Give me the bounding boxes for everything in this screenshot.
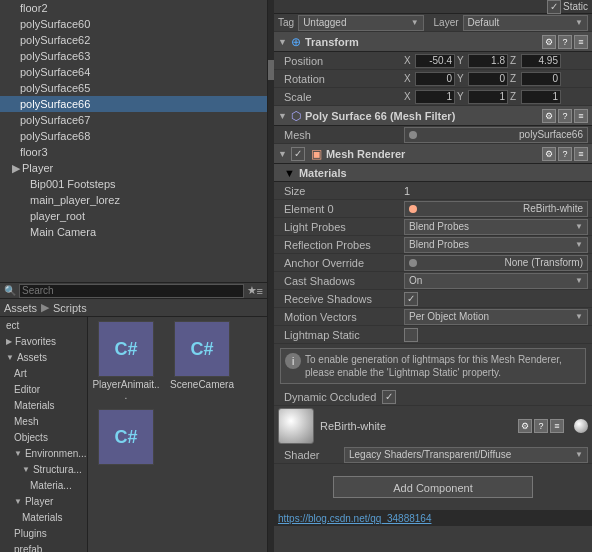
- component-settings-btn[interactable]: ⚙: [542, 35, 556, 49]
- mesh-object-field[interactable]: polySurface66: [404, 127, 588, 143]
- asset-player-animait[interactable]: C# PlayerAnimait...: [92, 321, 160, 401]
- inspector-content[interactable]: Tag Untagged ▼ Layer Default ▼ ▼ ⊕ Trans…: [274, 14, 592, 552]
- light-probes-dropdown[interactable]: Blend Probes ▼: [404, 219, 588, 235]
- sx-axis-label: X: [404, 91, 414, 102]
- breadcrumb-assets[interactable]: Assets: [4, 302, 37, 314]
- hierarchy-item-polySurface65[interactable]: polySurface65: [0, 80, 267, 96]
- cast-shadows-value: On ▼: [404, 273, 588, 289]
- sidebar-art[interactable]: Art: [0, 365, 87, 381]
- hierarchy-item-floor2[interactable]: floor2: [0, 0, 267, 16]
- mat-settings-btn[interactable]: ⚙: [518, 419, 532, 433]
- mf-help-btn[interactable]: ?: [558, 109, 572, 123]
- component-help-btn[interactable]: ?: [558, 35, 572, 49]
- url-link[interactable]: https://blog.csdn.net/qq_34888164: [278, 513, 431, 524]
- mesh-renderer-icon: ▣: [311, 147, 322, 161]
- hierarchy-item-polySurface68[interactable]: polySurface68: [0, 128, 267, 144]
- mat-more-btn[interactable]: ≡: [550, 419, 564, 433]
- transform-header[interactable]: ▼ ⊕ Transform ⚙ ? ≡: [274, 32, 592, 52]
- mr-more-btn[interactable]: ≡: [574, 147, 588, 161]
- asset-scene-camera[interactable]: C# SceneCamera: [168, 321, 236, 401]
- element0-object-field[interactable]: ReBirth-white: [404, 201, 588, 217]
- hierarchy-item-main-camera[interactable]: Main Camera: [0, 224, 267, 240]
- hierarchy-item-polySurface66[interactable]: polySurface66: [0, 96, 267, 112]
- sidebar-environment[interactable]: Environmen...: [0, 445, 87, 461]
- hierarchy-item-polySurface67[interactable]: polySurface67: [0, 112, 267, 128]
- cast-shadows-label: Cast Shadows: [284, 275, 404, 287]
- mesh-filter-header[interactable]: ▼ ⬡ Poly Surface 66 (Mesh Filter) ⚙ ? ≡: [274, 106, 592, 126]
- scale-z-field: Z: [510, 90, 561, 104]
- position-x-input[interactable]: [415, 54, 455, 68]
- mf-more-btn[interactable]: ≡: [574, 109, 588, 123]
- hierarchy-item-player-root[interactable]: player_root: [0, 208, 267, 224]
- hierarchy-item-polySurface62[interactable]: polySurface62: [0, 32, 267, 48]
- scale-x-input[interactable]: [415, 90, 455, 104]
- sidebar-favorites[interactable]: Favorites: [0, 333, 87, 349]
- hierarchy-item-polySurface64[interactable]: polySurface64: [0, 64, 267, 80]
- mesh-renderer-enabled[interactable]: [291, 147, 305, 161]
- sidebar-prefab[interactable]: prefab: [0, 541, 87, 552]
- receive-shadows-checkbox[interactable]: [404, 292, 418, 306]
- rotation-z-input[interactable]: [521, 72, 561, 86]
- add-component-button[interactable]: Add Component: [333, 476, 533, 498]
- sidebar-player-materials[interactable]: Materials: [0, 509, 87, 525]
- mat-help-btn[interactable]: ?: [534, 419, 548, 433]
- mr-help-btn[interactable]: ?: [558, 147, 572, 161]
- transform-icon: ⊕: [291, 35, 301, 49]
- sidebar-editor[interactable]: Editor: [0, 381, 87, 397]
- cs-text: C#: [114, 339, 137, 360]
- position-z-input[interactable]: [521, 54, 561, 68]
- sidebar-player[interactable]: Player: [0, 493, 87, 509]
- hierarchy-item-polySurface60[interactable]: polySurface60: [0, 16, 267, 32]
- mesh-value-field: polySurface66: [404, 127, 588, 143]
- motion-vectors-row: Motion Vectors Per Object Motion ▼: [274, 308, 592, 326]
- mesh-renderer-header[interactable]: ▼ ▣ Mesh Renderer ⚙ ? ≡: [274, 144, 592, 164]
- cs-icon-3: C#: [98, 409, 154, 465]
- static-checkbox[interactable]: [547, 0, 561, 14]
- anchor-override-field[interactable]: None (Transform): [404, 255, 588, 271]
- lp-dropdown-icon: ▼: [575, 222, 583, 231]
- mr-settings-btn[interactable]: ⚙: [542, 147, 556, 161]
- anchor-dot-icon: [409, 259, 417, 267]
- hierarchy-item-floor3[interactable]: floor3: [0, 144, 267, 160]
- cast-shadows-dropdown[interactable]: On ▼: [404, 273, 588, 289]
- hierarchy-item-main-player[interactable]: main_player_lorez: [0, 192, 267, 208]
- hierarchy-item-bip001[interactable]: Bip001 Footsteps: [0, 176, 267, 192]
- light-probes-row: Light Probes Blend Probes ▼: [274, 218, 592, 236]
- options-icon: ≡: [257, 285, 263, 297]
- component-more-btn[interactable]: ≡: [574, 35, 588, 49]
- scale-y-input[interactable]: [468, 90, 508, 104]
- sidebar-materials[interactable]: Materials: [0, 397, 87, 413]
- shader-dropdown[interactable]: Legacy Shaders/Transparent/Diffuse ▼: [344, 447, 588, 463]
- layer-dropdown[interactable]: Default ▼: [463, 15, 588, 31]
- rotation-y-input[interactable]: [468, 72, 508, 86]
- hierarchy-item-player[interactable]: ▶ Player: [0, 160, 267, 176]
- asset-unknown[interactable]: C#: [92, 409, 160, 467]
- rotation-x-input[interactable]: [415, 72, 455, 86]
- material-sphere-preview: [574, 419, 588, 433]
- scale-z-input[interactable]: [521, 90, 561, 104]
- sidebar-ect[interactable]: ect: [0, 317, 87, 333]
- lightmap-static-checkbox[interactable]: [404, 328, 418, 342]
- position-y-input[interactable]: [468, 54, 508, 68]
- materials-section-header[interactable]: ▼ Materials: [274, 164, 592, 182]
- sidebar-structural[interactable]: Structura...: [0, 461, 87, 477]
- hierarchy-item-polySurface63[interactable]: polySurface63: [0, 48, 267, 64]
- reflection-probes-dropdown[interactable]: Blend Probes ▼: [404, 237, 588, 253]
- sidebar-objects[interactable]: Objects: [0, 429, 87, 445]
- breadcrumb-scripts[interactable]: Scripts: [53, 302, 87, 314]
- element0-label: Element 0: [284, 203, 404, 215]
- search-input[interactable]: [19, 284, 244, 298]
- motion-vectors-dropdown[interactable]: Per Object Motion ▼: [404, 309, 588, 325]
- tag-dropdown[interactable]: Untagged ▼: [298, 15, 423, 31]
- reflection-probes-row: Reflection Probes Blend Probes ▼: [274, 236, 592, 254]
- dynamic-occluded-checkbox[interactable]: [382, 390, 396, 404]
- material-thumbnail: [278, 408, 314, 444]
- sidebar-plugins[interactable]: Plugins: [0, 525, 87, 541]
- mf-settings-btn[interactable]: ⚙: [542, 109, 556, 123]
- sidebar-assets[interactable]: Assets: [0, 349, 87, 365]
- position-fields: X Y Z: [404, 54, 588, 68]
- asset-label: PlayerAnimait...: [92, 379, 160, 401]
- sidebar-mesh[interactable]: Mesh: [0, 413, 87, 429]
- sidebar-materia[interactable]: Materia...: [0, 477, 87, 493]
- material-buttons: ⚙ ? ≡: [518, 419, 564, 433]
